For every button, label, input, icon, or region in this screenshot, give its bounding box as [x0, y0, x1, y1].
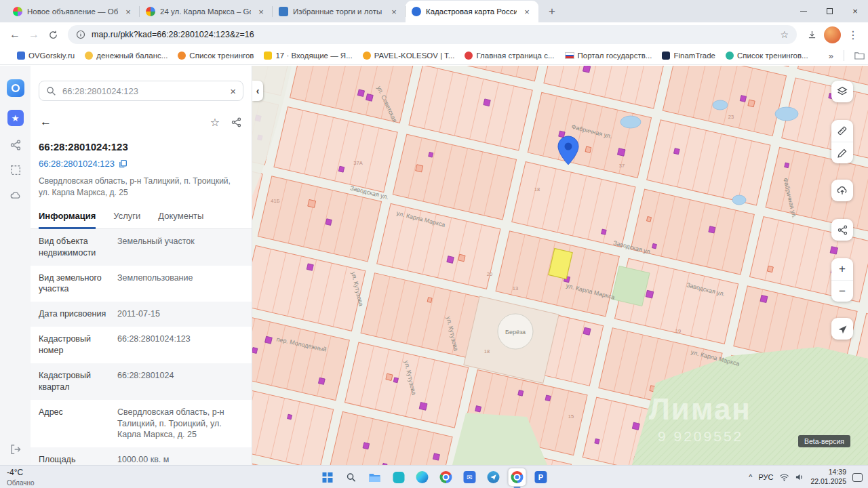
ruler-button[interactable] — [831, 120, 853, 142]
mail-button[interactable]: ✉ — [461, 468, 479, 486]
downloads-icon[interactable] — [802, 25, 821, 44]
clear-search-icon[interactable]: × — [230, 85, 236, 97]
profile-avatar[interactable] — [824, 26, 841, 43]
cadastral-number-link[interactable]: 66:28:2801024:123 — [39, 159, 115, 169]
system-tray: ^ РУС 14:39 22.01.2025 — [749, 466, 863, 488]
tab-documents[interactable]: Документы — [158, 211, 203, 228]
bookmark-favicon — [178, 52, 186, 60]
browser-tab-2[interactable]: 24 ул. Карла Маркса – Google... × — [140, 1, 273, 22]
weather-widget[interactable]: -4°C Облачно — [7, 468, 35, 487]
bookmark-item[interactable]: Список тренингов... — [726, 52, 808, 60]
bookmark-item[interactable]: OVGorskiy.ru — [17, 52, 75, 60]
zoom-out-button[interactable]: − — [831, 280, 853, 302]
tab-close-icon[interactable]: × — [256, 6, 267, 17]
close-window-button[interactable]: × — [842, 0, 868, 22]
browser-tab-active[interactable]: Кадастровая карта России он... × — [406, 1, 538, 22]
active-browser-button[interactable] — [509, 468, 526, 486]
mail-icon: ✉ — [464, 471, 476, 483]
map-canvas[interactable]: ул. СоветскаяФабричная ул.Заводская ул.у… — [252, 66, 868, 465]
minimize-button[interactable] — [791, 0, 816, 22]
file-explorer-button[interactable] — [366, 468, 384, 486]
bookmark-item[interactable]: Главная страница с... — [465, 52, 554, 60]
upload-button[interactable] — [831, 180, 853, 201]
folder-icon — [854, 52, 865, 60]
bookmark-item[interactable]: денежный баланс... — [85, 52, 167, 60]
beta-badge: Beta-версия — [798, 435, 850, 447]
tab-information[interactable]: Информация — [39, 211, 96, 229]
cadastral-map[interactable]: ул. СоветскаяФабричная ул.Заводская ул.у… — [252, 66, 868, 465]
sidebar-share-button[interactable] — [9, 139, 22, 151]
weather-desc: Облачно — [7, 479, 35, 487]
bookmark-item[interactable]: PAVEL-KOLESOV | T... — [363, 52, 455, 60]
table-row: Кадастровый квартал66:28:2801024 — [31, 363, 252, 400]
tray-expand-icon[interactable]: ^ — [749, 473, 752, 481]
row-label: Вид объекта недвижимости — [39, 236, 109, 259]
tray-date: 22.01.2025 — [810, 477, 846, 487]
layers-button[interactable] — [831, 81, 853, 102]
back-button[interactable]: ← — [5, 25, 24, 44]
browser-toolbar: ← → map.ru/pkk?kad=66:28:2801024:123&z=1… — [0, 22, 868, 47]
bookmark-label: OVGorskiy.ru — [28, 52, 75, 60]
bookmark-item[interactable]: FinamTrade — [662, 52, 715, 60]
bookmark-item[interactable]: Портал государств... — [565, 52, 652, 60]
zoom-in-button[interactable]: + — [831, 258, 853, 280]
language-indicator[interactable]: РУС — [758, 473, 773, 481]
divider — [844, 50, 844, 61]
sidebar-cloud-button[interactable] — [9, 189, 22, 201]
volume-icon[interactable] — [795, 473, 804, 481]
p-app-button[interactable]: Р — [532, 468, 550, 486]
row-label: Вид земельного участка — [39, 272, 109, 296]
table-row: Площадь декларированная1000.00 кв. м — [31, 447, 252, 465]
tab-services[interactable]: Услуги — [113, 211, 140, 228]
maximize-button[interactable] — [816, 0, 842, 22]
app-logo[interactable] — [7, 79, 24, 97]
favorite-star-icon[interactable]: ☆ — [210, 116, 220, 129]
search-input[interactable]: 66:28:2801024:123 × — [39, 81, 243, 101]
collapse-panel-button[interactable]: ‹ — [252, 81, 263, 101]
my-location-button[interactable] — [831, 318, 853, 340]
bookmarks-overflow-button[interactable]: » — [829, 51, 833, 61]
zoom-controls: + − — [831, 258, 853, 302]
edge-button[interactable] — [414, 468, 431, 486]
tab-close-icon[interactable]: × — [123, 6, 134, 17]
sidebar-favorites-button[interactable]: ★ — [7, 110, 24, 126]
forward-button[interactable]: → — [24, 25, 43, 44]
row-value: 1000.00 кв. м — [117, 454, 243, 465]
taskbar-search-button[interactable] — [342, 468, 360, 486]
new-tab-button[interactable]: + — [542, 2, 561, 21]
refresh-button[interactable] — [43, 25, 62, 44]
telegram-button[interactable] — [485, 468, 502, 486]
browser-tab-1[interactable]: Новое объявление — Объявл... × — [7, 1, 140, 22]
start-button[interactable] — [319, 468, 336, 486]
bookmark-item[interactable]: Список тренингов — [178, 52, 254, 60]
sidebar-select-area-button[interactable] — [9, 164, 22, 176]
teal-app-button[interactable] — [390, 468, 408, 486]
tab-favicon — [13, 7, 22, 16]
browser-tab-3[interactable]: Избранные торги и лоты × — [273, 1, 406, 22]
share-map-button[interactable] — [831, 219, 853, 241]
notifications-icon[interactable] — [852, 473, 863, 482]
browser-menu-button[interactable]: ⋮ — [844, 25, 863, 44]
chrome-button[interactable] — [437, 468, 455, 486]
p-app-icon: Р — [535, 471, 547, 483]
pond — [732, 195, 746, 205]
draw-button[interactable] — [831, 142, 853, 163]
wifi-icon[interactable] — [779, 473, 789, 481]
sidebar-exit-button[interactable] — [9, 443, 22, 455]
bookmark-item[interactable]: 17 · Входящие — Я... — [264, 52, 352, 60]
share-icon[interactable] — [231, 117, 242, 128]
object-info-table: Вид объекта недвижимостиЗемельный участо… — [31, 229, 252, 465]
all-bookmarks-button[interactable]: Все закладки — [854, 52, 868, 60]
copy-icon[interactable] — [119, 159, 127, 168]
tab-close-icon[interactable]: × — [521, 6, 532, 17]
row-label: Дата присвоения — [39, 308, 109, 320]
site-info-icon[interactable] — [76, 30, 85, 39]
panel-back-button[interactable]: ← — [40, 115, 52, 129]
clock-widget[interactable]: 14:39 22.01.2025 — [810, 468, 846, 486]
bookmark-star-icon[interactable]: ☆ — [780, 29, 789, 40]
search-icon — [46, 86, 56, 96]
object-title: 66:28:2801024:123 — [39, 141, 243, 152]
tab-close-icon[interactable]: × — [389, 6, 399, 17]
refresh-icon — [48, 30, 58, 40]
address-bar[interactable]: map.ru/pkk?kad=66:28:2801024:123&z=16 ☆ — [68, 25, 797, 44]
